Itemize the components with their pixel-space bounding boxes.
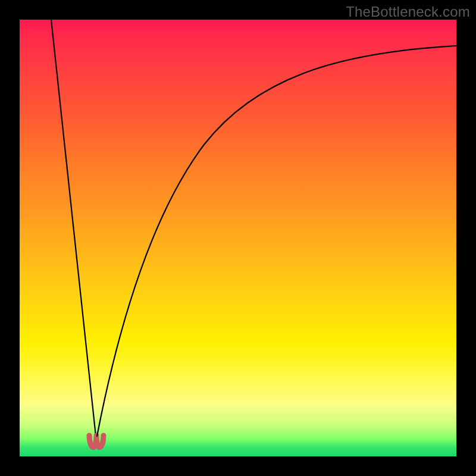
curve-right-branch [97, 46, 456, 436]
chart-frame: TheBottleneck.com [0, 0, 476, 476]
curve-left-branch [51, 20, 96, 436]
bottleneck-curve [20, 20, 456, 456]
plot-area [20, 20, 456, 456]
trough-marker [89, 436, 104, 447]
watermark-text: TheBottleneck.com [346, 4, 470, 20]
